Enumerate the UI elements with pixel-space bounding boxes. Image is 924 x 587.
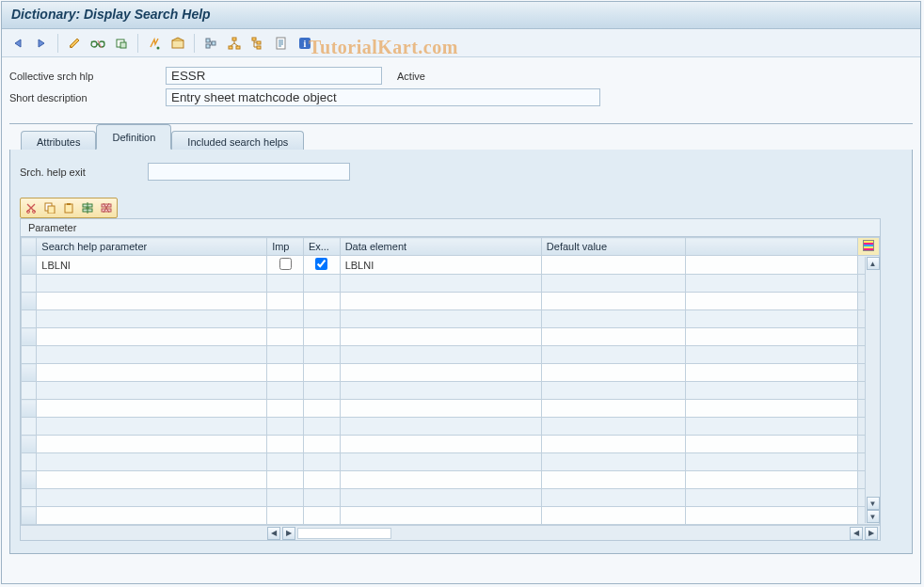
- cell-default-value[interactable]: [541, 382, 685, 400]
- cell-param[interactable]: [37, 310, 267, 328]
- cell-param[interactable]: LBLNI: [37, 256, 267, 275]
- exp-checkbox[interactable]: [315, 258, 327, 270]
- cell-imp[interactable]: [267, 400, 304, 418]
- cell-exp[interactable]: [303, 507, 340, 525]
- cell-data-element[interactable]: [340, 507, 541, 525]
- cell-default-value[interactable]: [541, 471, 685, 489]
- cell-param[interactable]: [37, 400, 267, 418]
- cell-exp[interactable]: [303, 471, 340, 489]
- cell-param[interactable]: [37, 453, 267, 471]
- cell-imp[interactable]: [267, 382, 304, 400]
- row-selector[interactable]: [22, 346, 37, 364]
- cell-data-element[interactable]: [340, 382, 541, 400]
- cell-imp[interactable]: [267, 471, 304, 489]
- cell-exp[interactable]: [303, 310, 340, 328]
- cell-data-element[interactable]: [340, 275, 541, 293]
- col-exp[interactable]: Ex...: [303, 238, 340, 256]
- forward-button[interactable]: [31, 33, 52, 53]
- cell-imp[interactable]: [267, 507, 304, 525]
- col-imp[interactable]: Imp: [267, 238, 304, 256]
- cell-data-element[interactable]: [340, 310, 541, 328]
- cell-exp[interactable]: [303, 256, 340, 275]
- cell-extra[interactable]: [685, 328, 858, 346]
- cell-default-value[interactable]: [541, 346, 685, 364]
- scroll-down2-button[interactable]: ▼: [867, 510, 880, 523]
- cell-extra[interactable]: [685, 293, 858, 310]
- col-search-help-parameter[interactable]: Search help parameter: [37, 238, 267, 256]
- collective-srch-hlp-input[interactable]: [166, 67, 382, 85]
- row-selector[interactable]: [22, 453, 37, 471]
- cell-extra[interactable]: [685, 256, 858, 275]
- cell-default-value[interactable]: [541, 418, 685, 436]
- row-selector[interactable]: [22, 418, 37, 436]
- scroll-left-button[interactable]: ◀: [267, 527, 280, 540]
- row-selector[interactable]: [22, 507, 37, 525]
- cell-exp[interactable]: [303, 364, 340, 382]
- back-button[interactable]: [8, 33, 28, 53]
- cell-param[interactable]: [37, 346, 267, 364]
- scroll-up-button[interactable]: ▲: [867, 257, 880, 270]
- cell-data-element[interactable]: [340, 471, 541, 489]
- cell-extra[interactable]: [685, 471, 858, 489]
- paste-button[interactable]: [59, 199, 78, 216]
- cell-param[interactable]: [37, 275, 267, 293]
- cell-default-value[interactable]: [541, 256, 685, 275]
- configure-columns-button[interactable]: [858, 238, 880, 256]
- cell-imp[interactable]: [267, 364, 304, 382]
- cell-exp[interactable]: [303, 489, 340, 507]
- row-selector[interactable]: [22, 293, 37, 310]
- cell-param[interactable]: [37, 418, 267, 436]
- row-selector[interactable]: [22, 310, 37, 328]
- cell-exp[interactable]: [303, 436, 340, 453]
- cell-param[interactable]: [37, 489, 267, 507]
- cell-extra[interactable]: [685, 418, 858, 436]
- row-selector[interactable]: [22, 400, 37, 418]
- cell-data-element[interactable]: [340, 453, 541, 471]
- cell-imp[interactable]: [267, 346, 304, 364]
- cell-default-value[interactable]: [541, 364, 685, 382]
- row-selector[interactable]: [22, 328, 37, 346]
- where-used-button[interactable]: [200, 33, 221, 53]
- scroll-track[interactable]: [297, 528, 391, 539]
- cell-extra[interactable]: [685, 453, 858, 471]
- cell-param[interactable]: [37, 471, 267, 489]
- vertical-scrollbar[interactable]: ▲ ▼ ▼: [865, 257, 880, 523]
- display-change-button[interactable]: [64, 33, 85, 53]
- activate-button[interactable]: [144, 33, 165, 53]
- insert-row-button[interactable]: [78, 199, 97, 216]
- cell-imp[interactable]: [267, 453, 304, 471]
- cell-extra[interactable]: [685, 436, 858, 453]
- cell-param[interactable]: [37, 328, 267, 346]
- cell-exp[interactable]: [303, 275, 340, 293]
- cell-default-value[interactable]: [541, 275, 685, 293]
- tree-button[interactable]: [247, 33, 268, 53]
- cell-data-element[interactable]: [340, 418, 541, 436]
- srch-help-exit-input[interactable]: [148, 163, 350, 181]
- imp-checkbox[interactable]: [279, 258, 292, 270]
- cell-default-value[interactable]: [541, 310, 685, 328]
- row-selector[interactable]: [22, 436, 37, 453]
- cell-exp[interactable]: [303, 382, 340, 400]
- cell-exp[interactable]: [303, 328, 340, 346]
- cell-data-element[interactable]: [340, 364, 541, 382]
- cell-default-value[interactable]: [541, 453, 685, 471]
- cell-extra[interactable]: [685, 346, 858, 364]
- cell-extra[interactable]: [685, 275, 858, 293]
- scroll-left2-button[interactable]: ◀: [850, 527, 863, 540]
- cell-extra[interactable]: [685, 382, 858, 400]
- info-button[interactable]: i: [295, 33, 315, 53]
- cell-extra[interactable]: [685, 364, 858, 382]
- cell-extra[interactable]: [685, 489, 858, 507]
- cell-imp[interactable]: [267, 418, 304, 436]
- delete-row-button[interactable]: [97, 199, 116, 216]
- cell-extra[interactable]: [685, 507, 858, 525]
- col-rownum[interactable]: [22, 238, 37, 256]
- cell-exp[interactable]: [303, 418, 340, 436]
- col-default-value[interactable]: Default value: [541, 238, 685, 256]
- cell-imp[interactable]: [267, 310, 304, 328]
- scroll-down-button[interactable]: ▼: [867, 497, 880, 510]
- other-object-button[interactable]: [111, 33, 132, 53]
- row-selector[interactable]: [22, 256, 37, 275]
- cell-imp[interactable]: [267, 328, 304, 346]
- cell-param[interactable]: [37, 382, 267, 400]
